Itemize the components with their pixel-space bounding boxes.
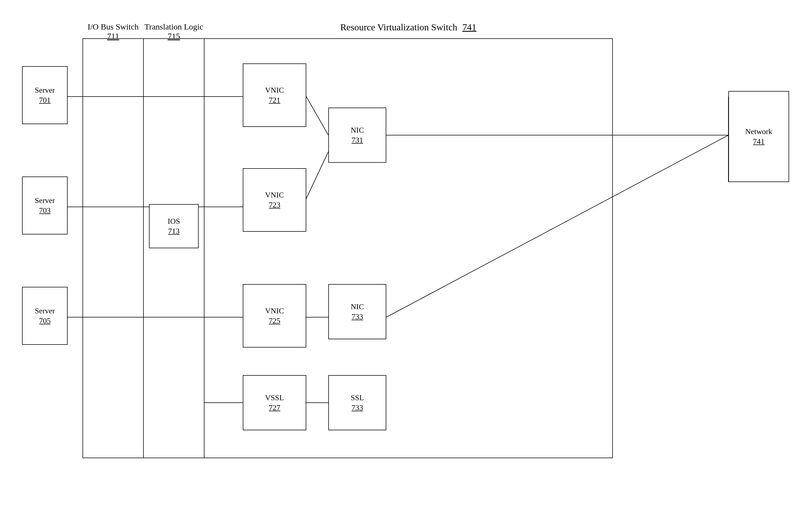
vnic-723-label: VNIC	[265, 190, 284, 200]
server-705-num: 705	[35, 316, 55, 326]
svg-rect-0	[83, 39, 143, 458]
vnic-723-box: VNIC 723	[243, 168, 306, 232]
rvs-label: Resource Virtualization Switch 741	[204, 22, 612, 33]
ssl-733-num: 733	[351, 403, 363, 412]
svg-line-15	[386, 135, 728, 317]
vssl-727-num: 727	[265, 403, 284, 413]
ssl-733-box: SSL 733	[328, 375, 386, 430]
network-741-label: Network	[745, 127, 772, 137]
vnic-725-box: VNIC 725	[243, 284, 306, 348]
nic-731-box: NIC 731	[328, 108, 386, 163]
vssl-727-label: VSSL	[265, 393, 284, 403]
server-703-box: Server 703	[22, 177, 67, 235]
ios-label: IOS	[168, 216, 180, 226]
server-705-box: Server 705	[22, 287, 67, 345]
ssl-733-label: SSL	[351, 393, 364, 403]
connection-lines	[17, 17, 794, 494]
server-701-label: Server	[35, 85, 55, 95]
svg-line-10	[306, 96, 328, 135]
ios-num: 713	[168, 226, 180, 236]
vnic-723-num: 723	[265, 200, 284, 210]
translation-label: Translation Logic 715	[143, 22, 204, 41]
network-741-num: 741	[745, 137, 772, 147]
vnic-721-label: VNIC	[265, 85, 284, 95]
nic-731-label: NIC	[351, 125, 364, 135]
vnic-721-box: VNIC 721	[243, 63, 306, 127]
nic-733-box: NIC 733	[328, 284, 386, 339]
svg-line-11	[306, 152, 328, 199]
server-705-label: Server	[35, 306, 55, 316]
nic-733-num: 733	[351, 312, 364, 322]
iobus-label: I/O Bus Switch 711	[83, 22, 143, 41]
network-741-box: Network 741	[728, 91, 789, 182]
diagram: I/O Bus Switch 711 Translation Logic 715…	[17, 17, 794, 494]
vnic-725-label: VNIC	[265, 306, 284, 316]
ios-713-box: IOS 713	[149, 204, 199, 248]
server-703-label: Server	[35, 196, 55, 206]
vssl-727-box: VSSL 727	[243, 375, 306, 430]
vnic-725-num: 725	[265, 316, 284, 326]
svg-rect-1	[143, 39, 204, 458]
nic-731-num: 731	[351, 135, 364, 145]
server-701-num: 701	[35, 95, 55, 105]
nic-733-label: NIC	[351, 302, 364, 312]
vnic-721-num: 721	[265, 95, 284, 105]
server-701-box: Server 701	[22, 66, 67, 124]
server-703-num: 703	[35, 206, 55, 215]
